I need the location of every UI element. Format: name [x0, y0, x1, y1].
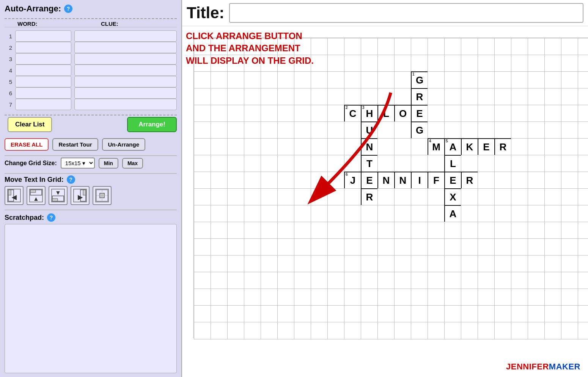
empty-cell: [311, 105, 328, 122]
move-text-header: Move Text In Grid: ?: [5, 175, 177, 184]
restart-tour-button[interactable]: Restart Tour: [52, 138, 98, 151]
clue-input-1[interactable]: [74, 30, 177, 42]
empty-cell: [377, 222, 395, 239]
word-input-3[interactable]: [15, 53, 71, 65]
empty-cell: [461, 238, 478, 256]
empty-cell: [294, 172, 311, 189]
empty-cell: [528, 155, 545, 172]
empty-cell: [411, 272, 428, 289]
empty-cell: [261, 38, 278, 55]
empty-cell: [411, 255, 428, 273]
empty-cell: [444, 55, 462, 72]
filled-cell: 6J: [344, 172, 362, 189]
clear-list-button[interactable]: Clear List: [8, 117, 52, 132]
filled-cell: L: [377, 105, 395, 122]
empty-cell: [578, 38, 588, 55]
empty-cell: [227, 55, 245, 72]
empty-cell: [428, 322, 445, 339]
empty-cell: [244, 188, 261, 206]
unarrange-button[interactable]: Un-Arrange: [102, 138, 146, 151]
empty-cell: [528, 322, 545, 339]
word-input-5[interactable]: [15, 76, 71, 87]
move-text-help-icon[interactable]: ?: [67, 175, 75, 184]
empty-cell: [428, 205, 445, 222]
move-down-button[interactable]: ▼: [49, 186, 68, 205]
empty-cell: [211, 71, 228, 89]
filled-cell: R: [411, 88, 428, 106]
empty-cell: [478, 255, 495, 273]
empty-cell: [544, 205, 562, 222]
empty-cell: [294, 272, 311, 289]
empty-cell: [261, 322, 278, 339]
move-right-button[interactable]: ▶: [71, 186, 90, 205]
move-left-button[interactable]: ◀: [5, 186, 24, 205]
auto-arrange-help-icon[interactable]: ?: [64, 5, 72, 13]
clue-input-4[interactable]: [74, 65, 177, 76]
empty-cell: [327, 188, 345, 206]
scratchpad-help-icon[interactable]: ?: [47, 213, 55, 222]
empty-cell: [394, 289, 412, 306]
empty-cell: [294, 121, 311, 139]
empty-cell: [327, 322, 345, 339]
scratchpad-header: Scratchpad: ?: [5, 213, 177, 222]
word-input-7[interactable]: [15, 99, 71, 110]
empty-cell: [544, 105, 562, 122]
clue-input-6[interactable]: [74, 87, 177, 99]
empty-cell: [377, 305, 395, 323]
empty-cell: [428, 105, 445, 122]
empty-cell: [361, 222, 378, 239]
empty-cell: [194, 222, 211, 239]
row-num-1: 1: [5, 33, 12, 39]
center-icon: [95, 189, 109, 202]
empty-cell: [411, 238, 428, 256]
empty-cell: [561, 238, 579, 256]
title-input[interactable]: [229, 3, 583, 23]
empty-cell: [327, 121, 345, 139]
empty-cell: [394, 38, 412, 55]
word-input-4[interactable]: [15, 65, 71, 76]
empty-cell: [461, 188, 478, 206]
empty-cell: [311, 188, 328, 206]
empty-cell: [544, 305, 562, 323]
center-button[interactable]: [93, 186, 112, 205]
move-up-button[interactable]: ▲: [27, 186, 46, 205]
clue-input-5[interactable]: [74, 76, 177, 87]
empty-cell: [561, 155, 579, 172]
empty-cell: [544, 172, 562, 189]
empty-cell: [211, 105, 228, 122]
erase-all-button[interactable]: ERASE ALL: [5, 138, 49, 151]
scratchpad-textarea[interactable]: [5, 224, 177, 373]
empty-cell: [327, 289, 345, 306]
empty-cell: [494, 238, 512, 256]
empty-cell: [511, 71, 528, 89]
empty-cell: [494, 188, 512, 206]
word-input-2[interactable]: [15, 42, 71, 53]
arrange-button[interactable]: Arrange!: [127, 117, 177, 132]
grid-size-select[interactable]: 15x15 ▾ 10x10 20x20 25x25: [61, 158, 95, 169]
auto-arrange-label: Auto-Arrange:: [5, 4, 61, 14]
empty-cell: [544, 289, 562, 306]
filled-cell: U: [361, 121, 378, 139]
empty-cell: [494, 289, 512, 306]
empty-cell: [277, 222, 295, 239]
empty-cell: [277, 322, 295, 339]
word-input-6[interactable]: [15, 87, 71, 99]
word-input-1[interactable]: [15, 30, 71, 42]
empty-cell: [444, 71, 462, 89]
empty-cell: [478, 38, 495, 55]
empty-cell: [528, 88, 545, 106]
empty-cell: [561, 188, 579, 206]
empty-cell: [244, 205, 261, 222]
column-headers: WORD: CLUE:: [5, 18, 177, 27]
clue-input-7[interactable]: [74, 99, 177, 110]
empty-cell: [461, 322, 478, 339]
min-button[interactable]: Min: [99, 158, 118, 169]
filled-cell: 1G: [411, 71, 428, 89]
clue-input-2[interactable]: [74, 42, 177, 53]
clue-input-3[interactable]: [74, 53, 177, 65]
empty-cell: [561, 88, 579, 106]
empty-cell: [227, 222, 245, 239]
empty-cell: [244, 255, 261, 273]
row-num-5: 5: [5, 79, 12, 85]
max-button[interactable]: Max: [122, 158, 143, 169]
